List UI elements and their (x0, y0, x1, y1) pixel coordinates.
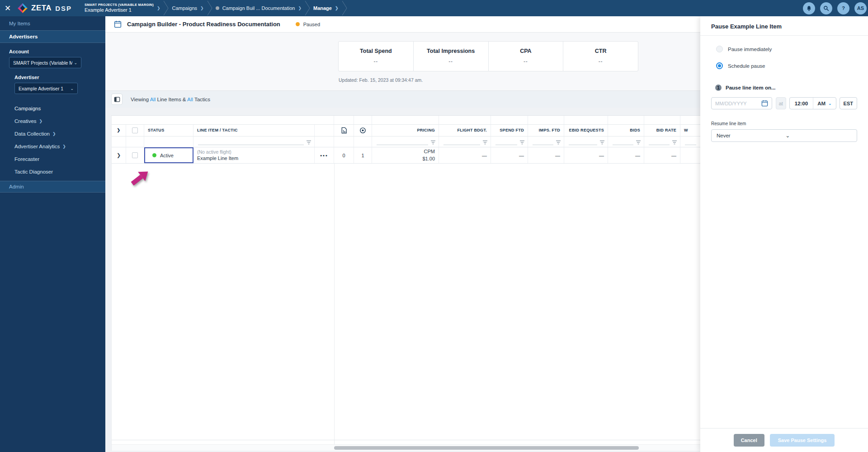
cancel-button[interactable]: Cancel (734, 434, 764, 447)
chevron-right-icon: ❯ (52, 132, 56, 136)
notifications-button[interactable] (803, 2, 815, 14)
column-header-wins[interactable]: W (680, 125, 701, 136)
line-item-name-cell[interactable]: (No active flight) Example Line Item (193, 147, 315, 163)
filter-input-wins[interactable] (685, 140, 696, 145)
filter-input-ebid-requests[interactable] (569, 140, 597, 145)
resume-select[interactable]: Never ⌄ (711, 129, 857, 142)
chevron-right-icon: ❯ (62, 144, 66, 149)
pause-datetime-row: at 12:00 AM ⌄ EST (711, 97, 857, 109)
column-header-bids[interactable]: BIDS (608, 125, 644, 136)
search-button[interactable] (820, 2, 832, 14)
radio-on-icon[interactable] (716, 62, 723, 69)
filter-icon[interactable] (430, 140, 436, 145)
filter-input-bids[interactable] (613, 140, 633, 145)
column-header-bid-rate[interactable]: BID RATE (644, 125, 680, 136)
column-header-imps-ftd[interactable]: IMPS. FTD (528, 125, 564, 136)
filter-input-imps-ftd[interactable] (533, 140, 553, 145)
sidebar-item-creatives[interactable]: Creatives❯ (0, 115, 105, 127)
imps-ftd-cell: — (528, 147, 564, 163)
toggle-side-panel-button[interactable] (111, 94, 123, 105)
breadcrumb-manage[interactable]: Manage ❯ (311, 5, 341, 11)
column-header-creatives[interactable] (334, 125, 354, 136)
select-all-checkbox[interactable] (132, 127, 138, 133)
chevron-down-icon: ⌄ (70, 86, 74, 91)
question-mark-icon: ? (842, 5, 845, 11)
save-pause-settings-button[interactable]: Save Pause Settings (770, 434, 835, 447)
sidebar-section-advertisers[interactable]: Advertisers (0, 30, 105, 43)
line-item-status-cell[interactable]: Active (144, 147, 193, 163)
pause-date-input[interactable] (715, 101, 761, 106)
filter-input-pricing[interactable] (377, 140, 428, 145)
sidebar-item-advertiser-analytics[interactable]: Advertiser Analytics❯ (0, 140, 105, 153)
radio-schedule-pause[interactable]: Schedule pause (711, 62, 857, 69)
line-items-table: ❯ STATUS LINE ITEM / TACTIC (111, 115, 700, 451)
filter-input-line-item[interactable] (198, 140, 304, 145)
ebid-requests-cell: — (564, 147, 608, 163)
column-header-ebid-requests[interactable]: EBID REQUESTS (564, 125, 608, 136)
filter-icon[interactable] (306, 140, 311, 145)
pause-line-item-panel: Pause Example Line Item Pause immediatel… (700, 16, 868, 452)
close-icon[interactable]: ✕ (0, 4, 15, 13)
expand-row-button[interactable]: ❯ (112, 147, 126, 163)
line-item-row: ❯ Active (No active flight) Example Line… (112, 147, 700, 164)
pause-date-field[interactable] (711, 97, 772, 109)
filter-input-flight-bdgt[interactable] (443, 140, 480, 145)
avatar[interactable]: AS (854, 2, 867, 14)
chevron-down-icon: ⌄ (786, 132, 852, 139)
sidebar-item-my-items[interactable]: My Items (0, 16, 105, 30)
all-line-items-link[interactable]: All (150, 97, 156, 102)
sidebar-item-campaigns[interactable]: Campaigns (0, 102, 105, 115)
breadcrumb-campaign[interactable]: Campaign Buil ... Documentation ❯ (213, 5, 304, 11)
filter-icon[interactable] (672, 140, 677, 145)
filter-icon[interactable] (519, 140, 525, 145)
breadcrumb-advertiser[interactable]: SMART PROJECTS (VARIABLE MARGIN) Example… (82, 3, 163, 13)
row-checkbox[interactable] (132, 152, 138, 158)
sidebar-item-admin[interactable]: Admin (0, 181, 105, 193)
column-header-tactics[interactable] (354, 125, 372, 136)
pricing-type: CPM (424, 148, 435, 155)
spend-ftd-cell: — (491, 147, 528, 163)
account-select[interactable]: SMART Projects (Variable M... ⌄ (9, 57, 81, 68)
horizontal-scrollbar-thumb[interactable] (334, 446, 639, 450)
calendar-icon (114, 20, 122, 28)
help-button[interactable]: ? (837, 2, 849, 14)
campaign-status-text: Paused (303, 22, 320, 27)
filter-input-spend-ftd[interactable] (495, 140, 517, 145)
advertiser-select-value: Example Advertiser 1 (19, 86, 69, 91)
table-group-row (112, 116, 700, 125)
row-menu-button[interactable]: ••• (315, 147, 334, 163)
metric-total-impressions: Total Impressions -- (414, 42, 489, 71)
meridiem-select[interactable]: AM ⌄ (813, 101, 835, 106)
filter-icon[interactable] (599, 140, 605, 145)
sidebar-item-forecaster[interactable]: Forecaster (0, 153, 105, 165)
calendar-icon[interactable] (761, 100, 768, 107)
frozen-columns-divider (334, 440, 335, 444)
radio-off-icon[interactable] (716, 46, 723, 52)
column-header-flight-bdgt[interactable]: FLIGHT BDGT. (439, 125, 491, 136)
all-tactics-link[interactable]: All (187, 97, 193, 102)
account-select-value: SMART Projects (Variable M... (13, 60, 72, 66)
frozen-columns-divider (334, 164, 335, 440)
search-icon (823, 5, 829, 11)
chevron-right-icon: ❯ (298, 6, 302, 10)
expand-all-button[interactable]: ❯ (112, 125, 126, 136)
pause-time-field[interactable]: 12:00 AM ⌄ (789, 97, 836, 109)
filter-icon[interactable] (482, 140, 488, 145)
breadcrumb-campaigns[interactable]: Campaigns ❯ (169, 5, 206, 11)
breadcrumb-advertiser-name: Example Advertiser 1 (85, 7, 154, 13)
pause-time-value[interactable]: 12:00 (790, 98, 813, 109)
column-header-spend-ftd[interactable]: SPEND FTD (491, 125, 528, 136)
column-header-pricing[interactable]: PRICING (372, 125, 439, 136)
sidebar-item-tactic-diagnoser[interactable]: Tactic Diagnoser (0, 165, 105, 178)
column-header-status[interactable]: STATUS (144, 125, 193, 136)
column-header-line-item-tactic[interactable]: LINE ITEM / TACTIC (193, 125, 315, 136)
user-initials: AS (857, 5, 864, 11)
bids-cell: — (608, 147, 644, 163)
radio-pause-immediately[interactable]: Pause immediately (711, 46, 857, 52)
filter-input-bid-rate[interactable] (649, 140, 670, 145)
filter-icon[interactable] (636, 140, 641, 145)
advertiser-select[interactable]: Example Advertiser 1 ⌄ (14, 83, 78, 94)
filter-icon[interactable] (556, 140, 561, 145)
breadcrumb-separator (304, 0, 311, 16)
sidebar-item-data-collection[interactable]: Data Collection❯ (0, 127, 105, 140)
